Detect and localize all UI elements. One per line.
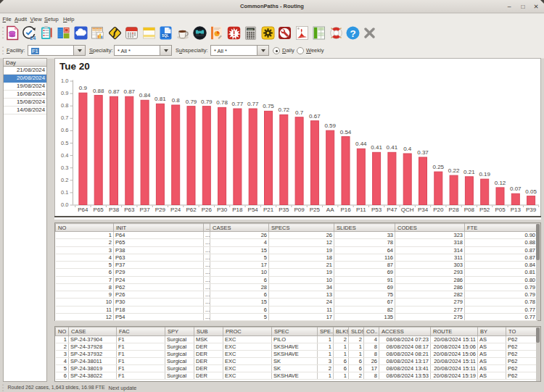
svg-text:P53: P53: [371, 207, 382, 213]
svg-text:0.3: 0.3: [61, 164, 68, 171]
svg-text:24: 24: [30, 35, 36, 41]
svg-text:P54: P54: [248, 207, 259, 213]
svg-text:8888: 8888: [247, 28, 253, 31]
svg-text:0.7: 0.7: [295, 109, 304, 116]
svg-text:0.7: 0.7: [61, 114, 68, 121]
svg-text:P18: P18: [232, 207, 243, 213]
svg-text:0.0: 0.0: [61, 201, 68, 208]
svg-text:P30: P30: [217, 207, 228, 213]
svg-text:P52: P52: [479, 207, 490, 213]
svg-text:P26: P26: [202, 207, 213, 213]
svg-text:0.21: 0.21: [463, 169, 475, 175]
svg-text:0.25: 0.25: [433, 164, 445, 170]
svg-text:0.77: 0.77: [232, 101, 244, 107]
svg-text:0.84: 0.84: [139, 92, 151, 99]
svg-text:P21: P21: [263, 207, 274, 213]
svg-text:?: ?: [350, 28, 355, 39]
svg-text:0.72: 0.72: [279, 107, 290, 113]
svg-text:0.54: 0.54: [340, 129, 352, 135]
svg-text:0.81: 0.81: [154, 96, 166, 102]
svg-text:P13: P13: [511, 207, 522, 213]
svg-text:1.0: 1.0: [61, 78, 68, 84]
svg-text:0.79: 0.79: [186, 99, 197, 105]
svg-text:P08: P08: [464, 207, 475, 213]
svg-text:P63: P63: [124, 207, 135, 213]
svg-text:P25: P25: [310, 207, 321, 213]
svg-text:P20: P20: [433, 207, 444, 213]
svg-text:0.44: 0.44: [355, 141, 367, 147]
svg-text:P35: P35: [279, 207, 289, 213]
svg-text:0.79: 0.79: [201, 99, 213, 105]
svg-text:P28: P28: [448, 207, 459, 213]
svg-text:P29: P29: [155, 207, 166, 213]
svg-text:0.9: 0.9: [79, 85, 88, 91]
svg-text:0.87: 0.87: [108, 88, 120, 95]
svg-text:P37: P37: [139, 207, 150, 213]
svg-text:0.05: 0.05: [525, 188, 537, 195]
svg-text:0.9: 0.9: [61, 90, 68, 96]
svg-text:0.8: 0.8: [172, 97, 181, 104]
svg-text:P24: P24: [170, 207, 181, 213]
svg-text:P62: P62: [186, 207, 197, 213]
svg-text:P65: P65: [94, 207, 104, 213]
svg-text:0.19: 0.19: [479, 171, 490, 178]
svg-text:0.78: 0.78: [216, 99, 228, 106]
svg-text:P05: P05: [495, 207, 506, 213]
svg-text:P38: P38: [109, 207, 120, 213]
svg-text:0.88: 0.88: [93, 88, 104, 94]
svg-text:0.67: 0.67: [309, 113, 321, 120]
svg-text:P64: P64: [78, 207, 88, 213]
svg-text:0.1: 0.1: [61, 189, 68, 196]
svg-text:0.07: 0.07: [510, 185, 522, 192]
svg-text:P47: P47: [387, 207, 397, 213]
svg-text:0.6: 0.6: [61, 127, 68, 133]
svg-text:0.59: 0.59: [324, 122, 336, 129]
svg-text:0.87: 0.87: [124, 88, 136, 95]
svg-text:0.41: 0.41: [371, 144, 382, 151]
svg-text:Tue 20: Tue 20: [59, 61, 90, 72]
svg-text:0.2: 0.2: [61, 177, 68, 183]
svg-text:0.5: 0.5: [61, 140, 68, 146]
svg-text:P39: P39: [526, 207, 537, 213]
svg-text:P09: P09: [294, 207, 305, 213]
svg-text:0.4: 0.4: [403, 146, 412, 152]
svg-text:0.77: 0.77: [247, 101, 259, 107]
svg-text:AA: AA: [326, 207, 334, 213]
svg-text:P16: P16: [340, 207, 351, 213]
svg-text:0.4: 0.4: [61, 152, 68, 159]
svg-text:SQL: SQL: [162, 34, 169, 38]
svg-text:QCH: QCH: [401, 207, 414, 213]
svg-text:0.37: 0.37: [417, 149, 429, 156]
svg-text:0.75: 0.75: [263, 103, 274, 109]
svg-text:0.12: 0.12: [495, 180, 506, 186]
svg-text:0.41: 0.41: [387, 144, 398, 151]
svg-text:P11: P11: [356, 207, 366, 213]
svg-text:P34: P34: [418, 207, 429, 213]
svg-text:0.8: 0.8: [61, 102, 68, 109]
svg-text:0.22: 0.22: [448, 167, 460, 174]
